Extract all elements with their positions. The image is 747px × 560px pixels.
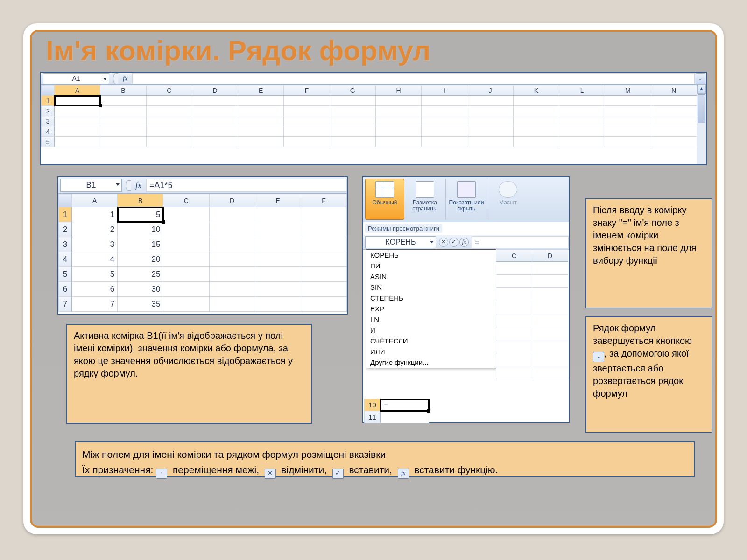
fx-icon[interactable]: fx [123,75,127,83]
divider-icon [126,180,131,191]
function-item[interactable]: СЧЁТЕСЛИ [366,336,496,346]
worksheet-grid[interactable]: A B C D E F G H I J K L M N [41,85,706,147]
function-item[interactable]: И [366,325,496,336]
function-item[interactable]: КОРЕНЬ [366,250,496,260]
callout-formula-bar-expand: Рядок формул завершується кнопкою ⌄, за … [585,316,712,433]
function-item[interactable]: ИЛИ [366,346,496,357]
function-name-box[interactable]: КОРЕНЬ [365,236,436,248]
cancel-formula-button[interactable]: ✕ [439,238,448,247]
name-box[interactable]: A1 [43,73,109,84]
callout-bottom-icons: Між полем для імені комірки та рядком фо… [75,441,695,477]
excel-figure-top: A1 fx ⌄ A B C D E F G H [40,72,707,165]
function-item[interactable]: LN [366,314,496,325]
divider-icon [113,73,118,84]
page-icon [416,181,434,198]
ribbon-view-group: Обычный Разметка страницы Показать или с… [363,177,569,222]
view-normal-button[interactable]: Обычный [365,179,404,220]
slide-inner: Ім'я комірки. Рядок формул A1 fx ⌄ A B C… [30,30,717,528]
worksheet-grid-side[interactable]: CD [496,249,568,379]
excel-figure-right: Обычный Разметка страницы Показать или с… [362,176,570,423]
function-dropdown[interactable]: КОРЕНЬ ПИ ASIN SIN СТЕПЕНЬ EXP LN И СЧЁТ… [366,249,497,368]
function-item[interactable]: EXP [366,303,496,314]
formula-bar: КОРЕНЬ ✕ ✓ fx = [363,235,569,250]
vertical-scrollbar[interactable]: ▲ [697,84,706,164]
function-item[interactable]: СТЕПЕНЬ [366,293,496,303]
move-border-icon: ◦ [156,469,167,479]
callout-active-cell: Активна комірка B1(її ім'я відображаєтьс… [66,324,312,424]
insert-function-button[interactable]: fx [459,238,469,247]
fx-icon: fx [398,469,409,479]
function-item[interactable]: ПИ [366,260,496,271]
chevron-down-icon: ⌄ [593,352,604,362]
zoom-button[interactable]: Масшт [488,179,528,220]
formula-bar: A1 fx ⌄ [41,73,706,85]
checkbox-icon [457,181,476,198]
magnifier-icon [499,181,517,198]
formula-input[interactable]: =A1*5 [146,179,347,192]
formula-bar: B1 fx =A1*5 [58,177,347,194]
function-item[interactable]: ASIN [366,271,496,282]
name-box[interactable]: B1 [60,179,122,192]
cancel-icon: ✕ [265,469,276,479]
slide-title: Ім'я комірки. Рядок формул [46,35,430,67]
ribbon-group-label: Режимы просмотра книги [365,224,442,233]
scroll-thumb[interactable] [698,94,705,123]
expand-formula-bar-button[interactable]: ⌄ [696,73,705,84]
view-page-layout-button[interactable]: Разметка страницы [405,179,444,220]
excel-figure-left: B1 fx =A1*5 A B C D E F 115 [57,176,348,315]
slide-outer: Ім'я комірки. Рядок формул A1 fx ⌄ A B C… [23,23,724,534]
function-item-more[interactable]: Другие функции... [366,357,496,368]
scroll-up-icon[interactable]: ▲ [697,84,706,94]
worksheet-rows-bottom[interactable]: 10= 11 [364,399,429,423]
formula-input[interactable]: = [472,236,569,248]
formula-input[interactable] [132,73,695,84]
fx-icon[interactable]: fx [135,181,141,190]
check-icon: ✓ [332,469,344,479]
formula-actions: ✕ ✓ fx [439,238,469,247]
callout-equals-sign: Після вводу в комірку знаку "=" ім'я пол… [585,198,712,308]
worksheet-grid[interactable]: A B C D E F 115 2210 3315 4420 5525 6630… [58,194,347,312]
function-item[interactable]: SIN [366,282,496,293]
show-hide-button[interactable]: Показать или скрыть [447,179,486,220]
grid-icon [375,181,394,198]
enter-formula-button[interactable]: ✓ [449,238,458,247]
